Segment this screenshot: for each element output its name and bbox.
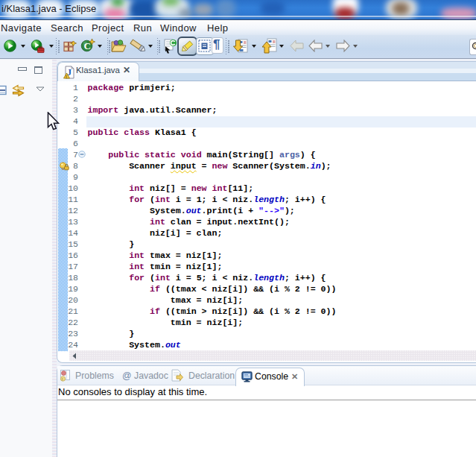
- svg-text:!: !: [66, 75, 67, 79]
